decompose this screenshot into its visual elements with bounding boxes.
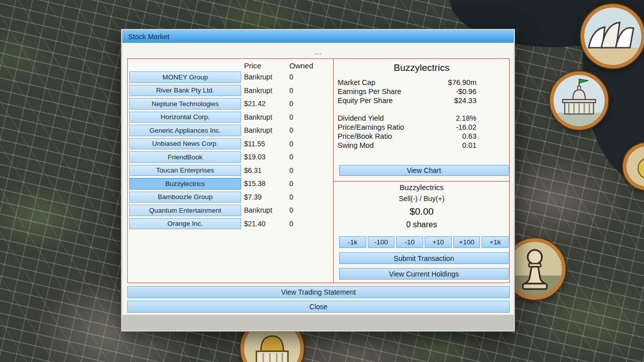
company-owned: 0 (289, 140, 319, 148)
company-button[interactable]: Generic Appliances Inc. (129, 125, 241, 136)
company-price: Bankrupt (244, 206, 289, 214)
company-button[interactable]: Quantum Entertainment (129, 205, 241, 216)
company-button[interactable]: Buzzylectrics (129, 178, 241, 190)
table-row: Horizontal Corp. Bankrupt 0 (129, 112, 319, 123)
table-row: Toucan Enterprises $6.31 0 (129, 165, 319, 176)
company-button[interactable]: FriendBook (129, 151, 241, 163)
company-button[interactable]: Orange Inc. (129, 218, 241, 230)
parliament-icon[interactable] (550, 71, 608, 130)
table-row: Bamboozle Group $7.39 0 (129, 192, 319, 203)
stat-row: Price/Earnings Ratio -16.02 (338, 123, 506, 132)
view-trading-statement-button[interactable]: View Trading Statement (127, 286, 510, 298)
company-button[interactable]: River Bank Pty Ltd. (129, 85, 241, 97)
company-price: $21.42 (244, 100, 289, 108)
company-button[interactable]: Unbiased News Corp. (129, 138, 241, 150)
company-owned: 0 (289, 73, 319, 81)
company-price: Bankrupt (244, 126, 289, 134)
company-owned: 0 (289, 100, 319, 108)
company-price: Bankrupt (244, 73, 289, 81)
view-chart-button[interactable]: View Chart (339, 165, 509, 176)
table-row: Buzzylectrics $15.38 0 (129, 178, 319, 190)
stat-value: -16.02 (456, 123, 476, 132)
stat-row: Price/Book Ratio 0.63 (338, 132, 506, 141)
window-titlebar: Stock Market (122, 30, 514, 43)
company-owned: 0 (289, 166, 319, 174)
company-owned: 0 (289, 113, 319, 121)
company-button[interactable]: Bamboozle Group (129, 192, 241, 203)
stat-value: -$0.96 (456, 87, 476, 96)
stat-row: Earnings Per Share -$0.96 (338, 87, 506, 96)
company-price: Bankrupt (244, 86, 289, 95)
trade-amount-value: $0.00 (334, 206, 510, 217)
company-owned: 0 (289, 193, 319, 201)
company-price: $6.31 (244, 166, 289, 174)
company-price: $19.03 (244, 153, 289, 161)
market-content-panel: Price Owned MONEY Group Bankrupt 0 River… (127, 58, 510, 283)
stat-row: Swing Mod 0.01 (338, 141, 506, 150)
company-owned: 0 (289, 220, 319, 228)
view-current-holdings-button[interactable]: View Current Holdings (339, 268, 509, 280)
game-screen: Stock Market ... Price Owned MONEY Group… (0, 0, 644, 362)
trade-separator (334, 181, 510, 182)
detail-company-title: Buzzylectrics (334, 62, 510, 73)
stat-label: Earnings Per Share (338, 87, 401, 96)
trade-company-label: Buzzylectrics (334, 183, 510, 192)
stat-label: Swing Mod (338, 141, 374, 150)
stepper-plus-100-button[interactable]: +100 (453, 236, 480, 248)
company-owned: 0 (289, 126, 319, 134)
stepper-minus-1k-button[interactable]: -1k (339, 236, 366, 248)
company-price: $15.38 (244, 179, 289, 188)
stepper-plus-10-button[interactable]: +10 (425, 236, 452, 248)
company-owned: 0 (289, 153, 319, 161)
table-row: River Bank Pty Ltd. Bankrupt 0 (129, 85, 319, 97)
company-button[interactable]: MONEY Group (129, 71, 241, 83)
stat-value: 0.63 (462, 132, 476, 141)
table-row: Quantum Entertainment Bankrupt 0 (129, 205, 319, 216)
stat-label: Dividend Yield (338, 114, 384, 123)
stepper-minus-10-button[interactable]: -10 (396, 236, 423, 248)
header-spacer (129, 61, 244, 70)
stat-label: Price/Earnings Ratio (338, 123, 404, 132)
stat-value: 0.01 (462, 141, 476, 150)
company-detail-panel: Buzzylectrics Market Cap $76.90m Earning… (333, 59, 510, 283)
detail-stats: Market Cap $76.90m Earnings Per Share -$… (338, 78, 506, 105)
stepper-minus-100-button[interactable]: -100 (368, 236, 395, 248)
window-drag-handle[interactable]: ... (121, 47, 515, 56)
price-column-header: Price (244, 61, 289, 70)
company-price: $7.39 (244, 193, 289, 201)
trade-shares-value: 0 shares (334, 220, 510, 229)
company-button[interactable]: Horizontal Corp. (129, 112, 241, 123)
stat-row: Dividend Yield 2.18% (338, 114, 506, 123)
company-owned: 0 (289, 179, 319, 188)
trade-stepper-row: -1k -100 -10 +10 +100 +1k (339, 236, 509, 248)
stat-label: Price/Book Ratio (338, 132, 392, 141)
owned-column-header: Owned (289, 61, 313, 70)
company-button[interactable]: Neptune Technologies (129, 98, 241, 110)
stepper-plus-1k-button[interactable]: +1k (481, 236, 509, 248)
trade-direction-label: Sell(-) / Buy(+) (334, 195, 510, 203)
detail-ratios: Dividend Yield 2.18% Price/Earnings Rati… (338, 114, 506, 150)
stat-value: 2.18% (456, 114, 476, 123)
company-list: MONEY Group Bankrupt 0 River Bank Pty Lt… (129, 71, 319, 229)
company-price: $11.55 (244, 140, 289, 148)
table-header-row: Price Owned (129, 61, 313, 70)
close-button[interactable]: Close (127, 301, 510, 313)
stat-row: Equity Per Share $24.33 (338, 96, 506, 105)
company-owned: 0 (289, 206, 319, 214)
company-price: Bankrupt (244, 113, 289, 121)
stat-label: Market Cap (338, 78, 375, 87)
company-button[interactable]: Toucan Enterprises (129, 165, 241, 176)
table-row: FriendBook $19.03 0 (129, 151, 319, 163)
dialog-bottom-strip (122, 315, 514, 330)
stock-market-window: Stock Market ... Price Owned MONEY Group… (121, 29, 515, 332)
stat-row: Market Cap $76.90m (338, 78, 506, 87)
stat-value: $76.90m (448, 78, 476, 87)
company-price: $21.40 (244, 220, 289, 228)
window-title: Stock Market (128, 33, 170, 41)
opera-house-icon[interactable] (581, 4, 644, 68)
company-owned: 0 (289, 86, 319, 95)
table-row: Unbiased News Corp. $11.55 0 (129, 138, 319, 150)
submit-transaction-button[interactable]: Submit Transaction (339, 252, 509, 264)
stat-label: Equity Per Share (338, 96, 393, 105)
table-row: Neptune Technologies $21.42 0 (129, 98, 319, 110)
